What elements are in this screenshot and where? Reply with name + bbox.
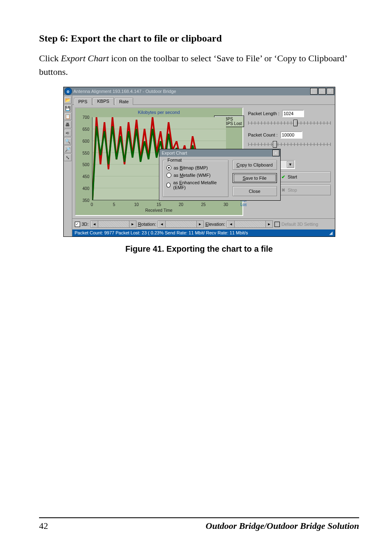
page-number: 42 bbox=[39, 521, 48, 531]
xtick: 0 bbox=[91, 202, 93, 207]
packet-length-label: Packet Length : bbox=[248, 111, 279, 116]
packet-count-label: Packet Count : bbox=[248, 132, 278, 137]
xtick: 20 bbox=[179, 202, 183, 207]
chart-yticks: 700 650 600 550 500 450 400 350 bbox=[77, 117, 90, 200]
default-3d-label: Default 3D Setting bbox=[281, 222, 318, 227]
close-dialog-button[interactable]: Close bbox=[233, 186, 277, 196]
copy-to-clipboard-button[interactable]: Copy to Clipboard bbox=[233, 160, 277, 170]
packet-length-slider[interactable] bbox=[248, 120, 331, 127]
dialog-title: Export Chart bbox=[162, 151, 187, 155]
open-icon[interactable]: 📂 bbox=[64, 96, 71, 104]
radio-bmp-label: as Bitmap (BMP) bbox=[174, 165, 208, 170]
bottom-3d-bar: ✓ 3D: ◄ ► Rotation: ◄ ► bbox=[72, 218, 335, 229]
ytick: 600 bbox=[83, 139, 90, 143]
step-heading: Step 6: Export the chart to file or clip… bbox=[39, 33, 359, 44]
chart-tabs: PPS KBPS Rate bbox=[72, 95, 335, 105]
ytick: 550 bbox=[83, 151, 90, 155]
radio-icon bbox=[166, 165, 171, 170]
ytick: 700 bbox=[83, 115, 90, 120]
3d-label: 3D: bbox=[82, 222, 89, 227]
chart-xlabel: Received Time bbox=[92, 208, 226, 213]
radio-emf-label: as Enhanced Metafile (EMF) bbox=[173, 180, 224, 190]
status-bar: Packet Count: 9977 Packet Lost: 23 ( 0.2… bbox=[72, 229, 335, 236]
app-icon: o bbox=[65, 88, 72, 95]
zoom-out-icon[interactable]: 🔎 bbox=[64, 146, 71, 153]
radio-icon bbox=[166, 183, 171, 188]
xtick: 10 bbox=[134, 202, 138, 207]
default-3d-checkbox[interactable] bbox=[274, 222, 280, 227]
maximize-button[interactable]: □ bbox=[318, 88, 326, 95]
scroll-right-icon[interactable]: ► bbox=[129, 221, 136, 227]
radio-icon bbox=[166, 173, 171, 178]
format-groupbox: Format as Bitmap (BMP) as Metafil bbox=[163, 160, 228, 197]
chart-xticks: 0 5 10 15 20 25 30 Received Time KBPS Lo bbox=[92, 201, 226, 213]
save-to-file-button[interactable]: Save to File bbox=[233, 173, 277, 183]
format-legend: Format bbox=[166, 158, 183, 162]
stop-label: Stop bbox=[288, 188, 297, 192]
dialog-close-button[interactable]: × bbox=[272, 150, 279, 156]
xtick: 5 bbox=[113, 202, 115, 207]
copy-icon[interactable]: 📋 bbox=[64, 113, 71, 120]
tab-kbps[interactable]: KBPS bbox=[93, 97, 114, 105]
body-em: Export Chart bbox=[61, 53, 109, 63]
close-button[interactable]: × bbox=[327, 88, 334, 95]
minimize-button[interactable]: _ bbox=[310, 88, 318, 95]
xtick: 15 bbox=[157, 202, 161, 207]
start-label: Start bbox=[288, 174, 297, 179]
ytick: 350 bbox=[83, 198, 90, 203]
figure-caption: Figure 41. Exporting the chart to a file bbox=[39, 244, 359, 254]
dialog-titlebar: Export Chart × bbox=[159, 149, 280, 157]
chevron-down-icon[interactable]: ▼ bbox=[287, 161, 294, 168]
xtick: 30 bbox=[224, 202, 228, 207]
ytick: 400 bbox=[83, 186, 90, 191]
resize-grip-icon[interactable]: ◢ bbox=[327, 230, 332, 236]
ytick: 650 bbox=[83, 127, 90, 131]
radio-emf[interactable]: as Enhanced Metafile (EMF) bbox=[166, 180, 225, 190]
3d-scroll[interactable]: ◄ ► bbox=[90, 220, 136, 228]
x-icon: ✖ bbox=[281, 188, 285, 193]
status-text: Packet Count: 9977 Packet Lost: 23 ( 0.2… bbox=[75, 230, 248, 236]
tab-pps[interactable]: PPS bbox=[74, 98, 92, 105]
packet-count-slider[interactable] bbox=[248, 141, 331, 148]
ytick: 450 bbox=[83, 174, 90, 179]
screenshot-window: o Antenna Alignment 193.168.4.147 - Outd… bbox=[63, 87, 335, 237]
rotation-scroll[interactable]: ◄ ► bbox=[158, 220, 204, 228]
body-prefix: Click bbox=[39, 53, 61, 63]
tab-rate[interactable]: Rate bbox=[115, 98, 133, 105]
window-titlebar: o Antenna Alignment 193.168.4.147 - Outd… bbox=[64, 87, 335, 95]
radio-wmf[interactable]: as Metafile (WMF) bbox=[166, 173, 225, 178]
page-footer: 42 Outdoor Bridge/Outdoor Bridge Solutio… bbox=[39, 517, 359, 531]
scroll-right-icon[interactable]: ► bbox=[196, 221, 203, 227]
elevation-scroll[interactable]: ◄ ► bbox=[227, 220, 273, 228]
radio-wmf-label: as Metafile (WMF) bbox=[174, 173, 211, 178]
packet-length-field[interactable]: 1024 bbox=[282, 110, 304, 117]
body-paragraph: Click Export Chart icon on the toolbar t… bbox=[39, 51, 359, 79]
3d-checkbox[interactable]: ✓ bbox=[75, 222, 80, 227]
scroll-left-icon[interactable]: ◄ bbox=[91, 221, 98, 227]
save-icon[interactable]: 💾 bbox=[64, 104, 71, 112]
zoom-in-icon[interactable]: 🔍 bbox=[64, 137, 71, 145]
scroll-left-icon[interactable]: ◄ bbox=[227, 221, 235, 227]
export-icon[interactable]: ➪ bbox=[64, 129, 71, 137]
rotation-label: Rotation: bbox=[138, 222, 156, 227]
check-icon: ✔ bbox=[281, 174, 285, 180]
scroll-left-icon[interactable]: ◄ bbox=[158, 221, 166, 227]
vertical-toolbar: 📂 💾 📋 🖶 ➪ 🔍 🔎 ⤡ bbox=[64, 95, 72, 236]
reset-zoom-icon[interactable]: ⤡ bbox=[64, 154, 71, 161]
xtick: 25 bbox=[201, 202, 205, 207]
print-icon[interactable]: 🖶 bbox=[64, 121, 71, 128]
product-title: Outdoor Bridge/Outdoor Bridge Solution bbox=[206, 521, 359, 531]
chart-title: Kilobytes per second bbox=[76, 110, 242, 115]
window-title: Antenna Alignment 193.168.4.147 - Outdoo… bbox=[74, 89, 310, 94]
ytick: 500 bbox=[83, 162, 90, 167]
radio-bmp[interactable]: as Bitmap (BMP) bbox=[166, 165, 225, 170]
elevation-label: Elevation: bbox=[205, 222, 225, 227]
scroll-right-icon[interactable]: ► bbox=[265, 221, 272, 227]
export-chart-dialog: Export Chart × Format as Bitmap (BMP) bbox=[159, 149, 281, 201]
packet-count-field[interactable]: 10000 bbox=[280, 131, 302, 139]
